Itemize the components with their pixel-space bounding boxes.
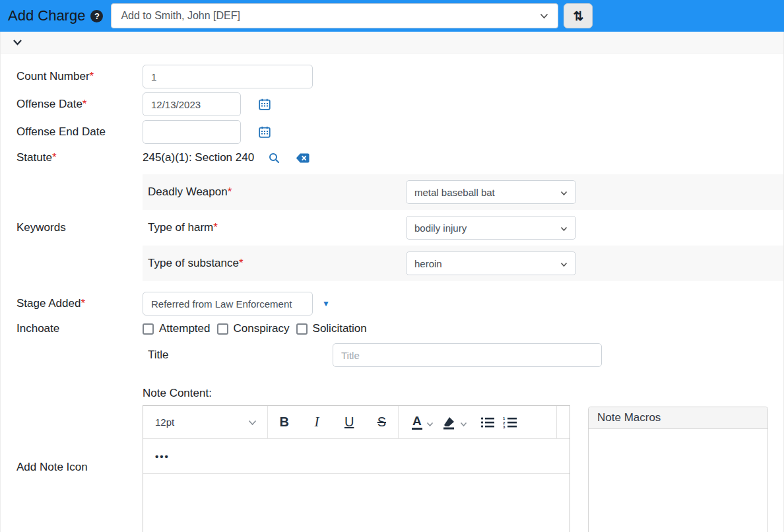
inchoate-row: Inchoate Attempted Conspiracy Solicitati… (16, 319, 783, 338)
charge-form-panel: Count Number* Offense Date* (0, 53, 784, 532)
required-marker: * (81, 297, 85, 310)
more-options-icon[interactable]: ••• (155, 451, 170, 462)
type-of-substance-select[interactable]: heroin (406, 251, 576, 275)
note-editor-column: Note Content: 12pt B I (143, 387, 570, 532)
solicitation-label: Solicitation (313, 322, 367, 335)
conspiracy-label: Conspiracy (234, 322, 290, 335)
keyword-row-type-of-substance: Type of substance* heroin (143, 246, 783, 281)
offense-date-calendar-button[interactable] (259, 98, 271, 110)
required-marker: * (213, 221, 218, 234)
font-color-button[interactable]: A (412, 415, 422, 430)
chevron-down-icon (560, 187, 568, 198)
add-note-icon-label: Add Note Icon (16, 461, 143, 474)
deadly-weapon-value: metal baseball bat (414, 187, 495, 198)
editor-toolbar-row2: ••• (143, 439, 570, 474)
font-size-select[interactable]: 12pt (143, 416, 267, 428)
type-of-substance-value: heroin (414, 258, 442, 269)
format-button-group: B I U S (268, 410, 398, 435)
statute-clear-button[interactable] (296, 153, 310, 163)
keywords-label: Keywords (16, 221, 143, 234)
note-macros-panel: Note Macros (588, 407, 768, 532)
svg-text:3: 3 (503, 425, 506, 428)
offense-end-date-input[interactable] (143, 120, 241, 144)
strikethrough-button[interactable]: S (366, 410, 397, 435)
count-number-row: Count Number* (16, 65, 783, 88)
add-charge-page: Add Charge ? Add to Smith, John [DEF] ⇅ … (0, 0, 784, 532)
offense-end-date-row: Offense End Date (16, 120, 783, 144)
keyword-label: Type of harm* (148, 221, 406, 234)
offense-date-label: Offense Date* (16, 98, 143, 111)
offense-end-date-calendar-button[interactable] (259, 126, 271, 138)
rich-text-editor: 12pt B I U S (143, 405, 570, 532)
keyword-row-deadly-weapon: Deadly Weapon* metal baseball bat (143, 174, 783, 210)
required-marker: * (239, 257, 244, 269)
chevron-down-icon (560, 258, 568, 269)
chevron-down-icon (248, 416, 257, 428)
bold-button[interactable]: B (269, 410, 300, 435)
underline-button[interactable]: U (334, 410, 365, 435)
keyword-label: Type of substance* (148, 257, 406, 270)
toolbar-divider (556, 406, 557, 439)
chevron-down-icon[interactable] (460, 418, 467, 430)
header-bar: Add Charge ? Add to Smith, John [DEF] ⇅ (0, 0, 784, 32)
offense-date-row: Offense Date* (16, 92, 783, 116)
highlighter-icon (441, 415, 456, 430)
caret-down-icon[interactable]: ▼ (322, 299, 330, 308)
offense-date-input[interactable] (143, 92, 241, 116)
stage-added-input[interactable]: Referred from Law Enforcement (143, 292, 313, 316)
help-icon[interactable]: ? (90, 10, 103, 22)
bullet-list-icon (480, 416, 495, 428)
title-row: Title (16, 343, 783, 367)
case-select[interactable]: Add to Smith, John [DEF] (111, 3, 558, 28)
svg-text:1: 1 (503, 416, 506, 420)
offense-end-date-label: Offense End Date (16, 125, 143, 139)
note-content-label: Note Content: (143, 387, 570, 400)
svg-text:2: 2 (503, 420, 506, 424)
statute-row: Statute* 245(a)(1): Section 240 (16, 148, 783, 168)
page-title: Add Charge (8, 7, 85, 24)
deadly-weapon-select[interactable]: metal baseball bat (406, 180, 576, 204)
count-number-input[interactable] (143, 65, 313, 88)
chevron-down-icon (13, 36, 22, 48)
statute-label: Statute* (16, 151, 143, 164)
chevron-down-icon (560, 222, 568, 234)
numbered-list-icon: 1 2 3 (503, 416, 517, 428)
statute-search-button[interactable] (269, 152, 280, 164)
case-select-value: Add to Smith, John [DEF] (121, 10, 240, 22)
bullet-list-button[interactable] (480, 416, 495, 428)
font-size-value: 12pt (155, 416, 174, 428)
keywords-table: Deadly Weapon* metal baseball bat Type o… (143, 174, 783, 281)
title-label: Title (143, 349, 333, 362)
count-number-label: Count Number* (16, 70, 143, 83)
note-macros-header: Note Macros (589, 407, 768, 429)
numbered-list-button[interactable]: 1 2 3 (503, 416, 517, 428)
italic-button[interactable]: I (301, 410, 332, 435)
color-list-group: A (399, 415, 528, 430)
conspiracy-checkbox[interactable] (217, 323, 228, 335)
title-input[interactable] (333, 343, 602, 367)
stage-added-label: Stage Added* (16, 297, 143, 310)
required-marker: * (228, 185, 232, 198)
keywords-row: Keywords Deadly Weapon* metal baseball b… (16, 174, 783, 281)
backspace-icon (296, 153, 310, 163)
note-content-textarea[interactable] (143, 474, 570, 532)
inchoate-label: Inchoate (16, 322, 143, 335)
collapse-bar[interactable] (0, 32, 784, 53)
swap-arrows-icon: ⇅ (573, 9, 583, 24)
font-color-icon: A (412, 415, 422, 430)
note-macros-body[interactable] (589, 429, 768, 532)
type-of-harm-select[interactable]: bodily injury (406, 216, 576, 240)
calendar-icon (259, 98, 271, 110)
swap-defendant-button[interactable]: ⇅ (564, 3, 593, 28)
attempted-label: Attempted (159, 322, 211, 335)
editor-toolbar: 12pt B I U S (143, 406, 570, 439)
chevron-down-icon[interactable] (426, 418, 434, 430)
solicitation-checkbox[interactable] (296, 323, 308, 335)
highlight-color-button[interactable] (441, 415, 456, 430)
type-of-harm-value: bodily injury (414, 222, 467, 234)
required-marker: * (52, 151, 57, 164)
required-marker: * (90, 70, 94, 83)
note-section: Add Note Icon Note Content: 12pt (16, 387, 783, 532)
calendar-icon (259, 126, 271, 138)
attempted-checkbox[interactable] (143, 323, 154, 335)
